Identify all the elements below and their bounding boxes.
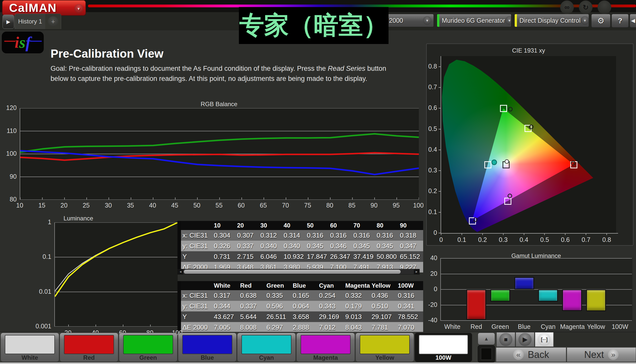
calman-menu-arrow-icon[interactable]: ▼ (74, 4, 83, 13)
pattern-swatch-yellow[interactable]: Yellow (355, 333, 414, 362)
grayscale-table-value-cell: 0.347 (398, 241, 422, 251)
cie-x-tick-mark (482, 233, 483, 235)
swatch-label: Magenta (297, 354, 355, 361)
back-button[interactable]: « Back (496, 347, 566, 362)
pattern-swatch-cyan[interactable]: Cyan (237, 333, 296, 362)
grayscale-table-row-y-cie31: y: CIE310.3260.3370.3400.3400.3450.3460.… (181, 241, 423, 251)
gamut-table-value-cell: 0.344 (212, 301, 239, 311)
gamut-table-value-cell: 0.179 (344, 301, 370, 311)
calman-app-window: CalMAN ▼ ▶ History 1 + HDR2000 ▼ Murideo… (0, 0, 636, 364)
display-status-bar (515, 14, 517, 27)
gamut-table-value-cell: 0.064 (291, 301, 317, 311)
grayscale-table-row-y: Y0.7312.7156.04610.93217.84726.34737.419… (181, 251, 423, 262)
gamut-table-value-cell: 7.005 (212, 322, 239, 333)
rgb-x-tick-label: 50 (189, 202, 205, 209)
rgb-x-tick-label: 65 (256, 202, 271, 209)
pattern-window-toggle[interactable] (478, 345, 495, 362)
gamut-x-category-label: Blue (512, 323, 536, 330)
gamut-gridline (440, 274, 632, 274)
scroll-right-button[interactable]: ► (414, 269, 419, 274)
read-series-button[interactable]: [··] (535, 332, 554, 347)
calman-menu-button[interactable]: CalMAN ▼ (2, 0, 86, 16)
cie-y-tick-mark (439, 87, 441, 88)
scroll-left-button[interactable]: ◄ (178, 269, 183, 274)
gamut-table-header-cell (181, 281, 212, 290)
pattern-swatch-green[interactable]: Green (119, 333, 177, 362)
pattern-panel-up-button[interactable]: ▲ (478, 333, 495, 345)
gamut-y-tick-label: 20 (421, 270, 437, 277)
scroll-right-icon: ► (415, 270, 418, 274)
source-dropdown[interactable]: Murideo 6G Generator ▼ (437, 14, 511, 27)
rgb-x-tick-label: 10 (12, 202, 27, 209)
scroll-left-icon: ◄ (179, 270, 182, 274)
rgb-x-tick-label: 55 (212, 202, 227, 209)
calman-logo-text: CalMAN (9, 1, 57, 15)
gamut-gridline (440, 258, 632, 259)
gamut-table-value-cell: 78.552 (396, 311, 423, 322)
cie-x-tick-mark (544, 233, 545, 235)
cie-x-tick-label: 0.6 (558, 236, 573, 243)
swatch-color-cyan (241, 335, 291, 354)
cie-target-green (500, 105, 507, 112)
gamut-y-tick-label: -20 (421, 301, 437, 308)
gamut-table-header-cell: Blue (291, 281, 317, 290)
session-expand-button[interactable]: ▶ (3, 15, 14, 29)
pattern-swatch-blue[interactable]: Blue (178, 333, 237, 362)
pattern-swatch-white[interactable]: White (1, 333, 59, 362)
collapse-panel-button[interactable]: ◀ (630, 14, 636, 28)
help-button[interactable]: ? (611, 14, 629, 28)
grayscale-table-value-cell: 17.847 (305, 251, 329, 262)
left-arrow-icon: ◀ (631, 17, 635, 24)
gamut-table-value-cell: 0.337 (239, 301, 265, 311)
grayscale-table-row-x-cie31: x: CIE310.3040.3070.3120.3140.3160.3160.… (181, 230, 423, 241)
play-button[interactable]: ▶ (516, 332, 534, 347)
settings-button[interactable]: ⚙ (591, 14, 610, 28)
swatch-color-blue (182, 335, 232, 354)
plus-icon: + (51, 18, 55, 26)
gamut-table-value-cell: 26.511 (265, 311, 291, 322)
gamut-table-value-cell: 7.070 (396, 322, 423, 333)
luminance-chart (54, 222, 178, 327)
grayscale-table-value-cell: 0.318 (398, 230, 422, 241)
gear-icon: ⚙ (597, 16, 605, 26)
goal-text-line2: below to capture the pre-calibration rea… (51, 75, 430, 83)
grayscale-table-value-cell: 0.326 (212, 241, 236, 251)
next-button[interactable]: Next » (567, 347, 636, 362)
rgb-x-tick-label: 75 (300, 202, 315, 209)
display-control-dropdown[interactable]: Direct Display Control ▼ (514, 14, 589, 27)
gamut-bar-blue (514, 277, 534, 289)
swatch-color-green (123, 335, 173, 354)
gamut-table-row-x-cie31: x: CIE310.3170.6380.3350.1650.2540.3320.… (181, 290, 423, 301)
gamut-table-header-cell: Green (265, 281, 291, 290)
pattern-swatch-magenta[interactable]: Magenta (296, 333, 355, 362)
add-tab-button[interactable]: + (48, 16, 58, 27)
sync-button[interactable]: ↻ (579, 1, 593, 14)
continuous-read-button[interactable]: ∞ (560, 1, 574, 14)
gamut-table-value-cell: 7.781 (370, 322, 396, 333)
cie-measured-cyan (491, 160, 497, 165)
rgb-x-tick-label: 45 (167, 202, 182, 209)
gamut-bar-magenta (562, 289, 582, 311)
extra-transport-button[interactable] (598, 1, 611, 14)
goal-text-b: button (365, 65, 386, 72)
swatch-label: Red (60, 354, 118, 361)
scrollbar-thumb[interactable] (184, 270, 401, 274)
history-tab-label: History 1 (18, 18, 42, 25)
stop-button[interactable]: ■ (496, 332, 515, 347)
source-dropdown-value: Murideo 6G Generator (442, 17, 505, 24)
page-title: Pre-Calibration View (51, 47, 164, 60)
cie-measured-green (508, 107, 513, 111)
gamut-table-row-label: y: CIE31 (181, 301, 212, 311)
pattern-swatch-100w[interactable]: 100W (415, 333, 472, 362)
rgb-x-tick-label: 35 (123, 202, 138, 209)
gamut-table-value-cell: 8.043 (344, 322, 370, 333)
tab-history-1[interactable]: History 1 (15, 14, 46, 29)
pattern-swatch-red[interactable]: Red (60, 333, 118, 362)
gamut-table-value-cell: 0.254 (317, 290, 344, 301)
grayscale-table-value-cell: 6.046 (259, 251, 282, 262)
grayscale-table-value-cell: 0.345 (352, 241, 375, 251)
infinity-icon: ∞ (564, 3, 570, 11)
cie-x-tick-label: 0.2 (475, 236, 490, 243)
grayscale-table-value-cell: 0.312 (259, 230, 282, 241)
table-horizontal-scrollbar[interactable]: ◄ ► (177, 269, 420, 275)
